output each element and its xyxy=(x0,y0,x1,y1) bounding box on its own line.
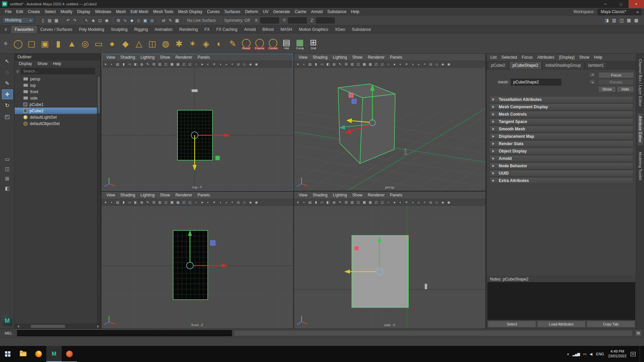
select-tool-icon[interactable]: ↖ xyxy=(84,17,90,24)
z-coordinate-field[interactable] xyxy=(316,17,335,23)
attribute-section-header[interactable]: UUID xyxy=(489,170,633,177)
hidden-icons-chevron-icon[interactable]: ∧ xyxy=(567,352,569,356)
viewport-menu-item[interactable]: Lighting xyxy=(330,55,350,60)
viewport-menu-item[interactable]: Lighting xyxy=(138,192,157,198)
firefox-button[interactable] xyxy=(31,346,46,362)
menu-item[interactable]: Mesh Tools xyxy=(151,9,176,15)
viewport-menu-item[interactable]: Lighting xyxy=(330,192,350,198)
camera-attributes-icon[interactable]: ▤ xyxy=(308,200,313,204)
shaded-icon[interactable]: ● xyxy=(392,62,397,66)
wireframe-icon[interactable]: ○ xyxy=(194,62,199,66)
viewport-menu-item[interactable]: View xyxy=(296,192,310,198)
image-plane-icon[interactable]: ▭ xyxy=(127,62,132,66)
menu-set-dropdown[interactable]: Modeling xyxy=(2,17,34,23)
lock-camera-icon[interactable]: ▪ xyxy=(109,62,114,66)
snap-to-curve-icon[interactable]: ∿ xyxy=(122,17,128,24)
reset-transform-button[interactable]: ◯ Reset xyxy=(239,34,253,53)
field-chart-icon[interactable]: ▦ xyxy=(368,200,373,204)
grid-options-button[interactable]: ⊞ Grid xyxy=(307,34,320,53)
snap-to-point-icon[interactable]: ◆ xyxy=(129,17,135,24)
sidebar-vertical-tab[interactable]: Modeling Toolkit xyxy=(638,149,643,183)
outliner-vertical-scrollbar[interactable] xyxy=(97,76,100,324)
script-editor-icon[interactable]: ▤ xyxy=(635,330,642,337)
attribute-section-header[interactable]: Smooth Mesh xyxy=(489,126,633,132)
attribute-editor-menu-item[interactable]: Show xyxy=(577,55,592,60)
textured-icon[interactable]: ◐ xyxy=(206,200,211,204)
volume-icon[interactable]: ◀ xyxy=(590,352,592,356)
select-camera-icon[interactable]: ▾ xyxy=(296,200,301,204)
maximize-button[interactable]: □ xyxy=(613,0,629,8)
safe-action-icon[interactable]: ◰ xyxy=(181,62,186,66)
close-button[interactable]: × xyxy=(629,0,644,8)
attribute-section-header[interactable]: Arnold xyxy=(489,155,633,162)
motion-blur-icon[interactable]: ◓ xyxy=(230,62,235,66)
viewport-menu-item[interactable]: Show xyxy=(350,192,365,198)
film-gate-icon[interactable]: ▥ xyxy=(350,62,355,66)
presets-button[interactable]: Presets xyxy=(598,79,634,85)
battery-icon[interactable]: ▭ xyxy=(583,352,586,356)
shelf-tab[interactable]: FX Caching xyxy=(213,26,241,33)
menu-item[interactable]: Curves xyxy=(205,9,222,15)
separator[interactable] xyxy=(62,17,63,24)
viewport-canvas-side[interactable]: side -X xyxy=(294,206,486,329)
attribute-section-header[interactable]: Displacement Map xyxy=(489,133,633,140)
isolate-select-icon[interactable]: ◈ xyxy=(248,200,253,204)
shelf-tab[interactable]: Poly Modeling xyxy=(75,26,107,33)
viewport-menu-item[interactable]: Panels xyxy=(387,192,405,198)
poly-super-ellipse-button[interactable]: ◈ xyxy=(199,34,213,53)
rotate-tool[interactable]: ↻ xyxy=(2,101,13,110)
image-plane-icon[interactable]: ▭ xyxy=(320,62,325,66)
menu-item[interactable]: Arnold xyxy=(309,9,325,15)
notes-textarea[interactable] xyxy=(487,282,635,320)
screen-space-ao-icon[interactable]: ◒ xyxy=(224,200,229,204)
select-tool[interactable]: ↖ xyxy=(2,56,13,66)
anti-alias-icon[interactable]: ◎ xyxy=(428,62,433,66)
viewport-menu-item[interactable]: View xyxy=(104,55,118,60)
viewport-menu-item[interactable]: Show xyxy=(157,192,173,198)
x-coordinate-field[interactable] xyxy=(260,17,279,23)
shelf-tab[interactable]: Substance xyxy=(348,26,374,33)
symmetry-label[interactable]: Symmetry: Off xyxy=(223,18,251,23)
attribute-editor-menu-item[interactable]: List xyxy=(488,55,499,60)
xray-icon[interactable]: ◇ xyxy=(242,200,247,204)
viewport-menu-item[interactable]: Renderer xyxy=(173,192,195,198)
viewport-menu-item[interactable]: Renderer xyxy=(173,55,195,60)
safe-action-icon[interactable]: ◰ xyxy=(374,62,379,66)
redo-icon[interactable]: ↷ xyxy=(72,17,78,24)
grid-toggle-icon[interactable]: ⊞ xyxy=(344,62,349,66)
poly-pyramid-button[interactable]: △ xyxy=(132,34,146,53)
film-gate-icon[interactable]: ▥ xyxy=(157,62,162,66)
select-camera-icon[interactable]: ▾ xyxy=(103,62,108,66)
xray-icon[interactable]: ◇ xyxy=(242,62,247,66)
poly-torus-button[interactable]: ◎ xyxy=(78,34,92,53)
shaded-icon[interactable]: ● xyxy=(392,200,397,204)
motion-blur-icon[interactable]: ◓ xyxy=(422,62,427,66)
focus-button[interactable]: Focus xyxy=(598,72,634,78)
viewport-canvas-top[interactable]: top -Y xyxy=(102,68,293,191)
attribute-editor-menu-item[interactable]: Attributes xyxy=(535,55,557,60)
attribute-editor-menu-item[interactable]: Focus xyxy=(519,55,535,60)
viewport-menu-item[interactable]: Show xyxy=(157,55,173,60)
start-button[interactable] xyxy=(0,346,15,362)
toggle-modeling-toolkit-icon[interactable]: ◨ xyxy=(604,17,610,24)
film-gate-icon[interactable]: ▥ xyxy=(157,200,162,204)
paint-select-tool[interactable]: ✎ xyxy=(2,78,13,88)
mel-input[interactable] xyxy=(17,330,232,336)
attribute-editor-tab[interactable]: initialShadingGroup xyxy=(542,61,584,69)
viewport-menu-item[interactable]: Shading xyxy=(310,55,330,60)
select-component-mode-icon[interactable]: ◉ xyxy=(104,17,110,24)
bookmark-icon[interactable]: ▮ xyxy=(314,62,319,66)
menu-item[interactable]: Edit xyxy=(14,9,25,15)
outliner-menu-item[interactable]: Show xyxy=(35,61,50,66)
grease-pencil-icon[interactable]: ✎ xyxy=(145,200,150,204)
new-scene-icon[interactable]: ▯ xyxy=(40,17,46,24)
use-all-lights-icon[interactable]: ☀ xyxy=(404,62,409,66)
exposure-icon[interactable]: ◉ xyxy=(446,62,451,66)
two-d-pan-zoom-icon[interactable]: ◧ xyxy=(133,200,138,204)
viewport-menu-item[interactable]: Lighting xyxy=(138,55,157,60)
separator[interactable] xyxy=(219,17,220,24)
attribute-section-header[interactable]: Mesh Component Display xyxy=(489,104,633,110)
textured-icon[interactable]: ◐ xyxy=(398,62,403,66)
menu-item[interactable]: Edit Mesh xyxy=(128,9,151,15)
camera-attributes-icon[interactable]: ▤ xyxy=(308,62,313,66)
